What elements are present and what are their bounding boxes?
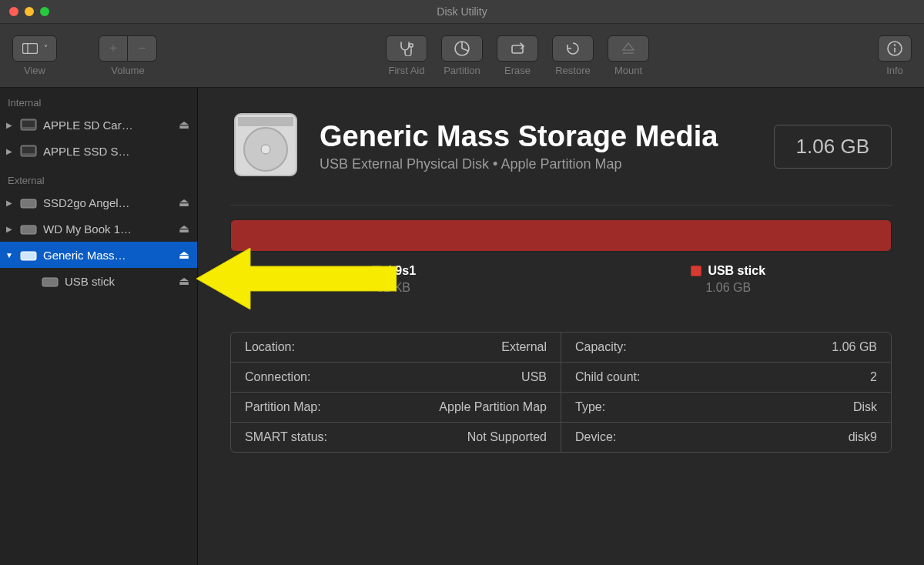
toolbar-erase-label: Erase bbox=[504, 65, 531, 76]
info-key: Partition Map: bbox=[245, 400, 321, 414]
volume-segmented: ＋ − bbox=[99, 35, 157, 62]
sidebar-item-ssd2go[interactable]: ▶ SSD2go Angel… ⏏ bbox=[0, 189, 197, 216]
info-key: Location: bbox=[245, 340, 295, 354]
disclosure-triangle-icon[interactable]: ▶ bbox=[5, 225, 14, 233]
info-value: USB bbox=[521, 370, 547, 384]
svg-rect-14 bbox=[21, 226, 36, 234]
sidebar-section-external: External bbox=[0, 172, 197, 189]
eject-icon[interactable]: ⏏ bbox=[179, 196, 189, 209]
disk-label: APPLE SSD S… bbox=[43, 145, 189, 158]
external-disk-icon bbox=[18, 246, 38, 263]
restore-button[interactable] bbox=[552, 35, 594, 62]
disk-label: USB stick bbox=[65, 275, 174, 288]
main-pane: Generic Mass Storage Media USB External … bbox=[198, 88, 924, 565]
sidebar-item-generic-mass-storage[interactable]: ▼ Generic Mass… ⏏ bbox=[0, 242, 197, 268]
window: Disk Utility ˅ View ＋ − Volum bbox=[0, 0, 924, 565]
internal-disk-icon bbox=[18, 142, 38, 159]
svg-rect-13 bbox=[21, 199, 36, 208]
info-row: Child count: 2 bbox=[561, 363, 891, 393]
disk-size-badge: 1.06 GB bbox=[774, 125, 892, 169]
disk-title: Generic Mass Storage Media bbox=[320, 120, 718, 153]
info-value: Not Supported bbox=[467, 430, 547, 444]
partition-size: 1.06 GB bbox=[705, 281, 751, 295]
disk-label: APPLE SD Car… bbox=[43, 119, 174, 132]
partition-name: k9s1 bbox=[388, 264, 416, 278]
svg-rect-4 bbox=[512, 45, 523, 53]
sidebar: Internal ▶ APPLE SD Car… ⏏ ▶ APPLE SSD S… bbox=[0, 88, 198, 565]
info-row: Location: External bbox=[231, 333, 561, 363]
info-key: Connection: bbox=[245, 370, 310, 384]
disk-label: WD My Book 1… bbox=[43, 222, 174, 236]
disclosure-triangle-icon[interactable]: ▶ bbox=[5, 199, 14, 207]
toolbar-restore-label: Restore bbox=[555, 65, 591, 76]
volume-add-button[interactable]: ＋ bbox=[99, 35, 128, 62]
svg-rect-12 bbox=[22, 147, 35, 153]
info-key: Capacity: bbox=[575, 340, 627, 354]
svg-point-19 bbox=[261, 145, 270, 154]
disk-title-block: Generic Mass Storage Media USB External … bbox=[320, 120, 718, 172]
plus-icon: ＋ bbox=[107, 40, 119, 56]
svg-point-2 bbox=[410, 43, 413, 46]
info-button[interactable] bbox=[878, 35, 912, 62]
eject-icon[interactable]: ⏏ bbox=[179, 118, 189, 132]
disclosure-triangle-icon[interactable]: ▼ bbox=[5, 251, 14, 259]
first-aid-button[interactable] bbox=[386, 35, 427, 62]
disk-header: Generic Mass Storage Media USB External … bbox=[230, 109, 892, 183]
window-title: Disk Utility bbox=[0, 5, 924, 18]
partition-legend-item: k9s1 32 KB bbox=[230, 264, 557, 295]
titlebar[interactable]: Disk Utility bbox=[0, 0, 924, 24]
svg-point-7 bbox=[894, 44, 896, 45]
info-value: 1.06 GB bbox=[832, 340, 877, 354]
pie-icon bbox=[454, 40, 470, 57]
view-dropdown-button[interactable]: ˅ bbox=[12, 35, 57, 62]
sidebar-item-apple-sd-card[interactable]: ▶ APPLE SD Car… ⏏ bbox=[0, 112, 197, 138]
sidebar-item-wd-mybook[interactable]: ▶ WD My Book 1… ⏏ bbox=[0, 216, 197, 242]
minus-icon: − bbox=[139, 42, 146, 55]
toolbar-info-label: Info bbox=[886, 65, 903, 76]
sidebar-item-apple-ssd[interactable]: ▶ APPLE SSD S… bbox=[0, 138, 197, 164]
svg-rect-20 bbox=[238, 117, 293, 126]
mount-button[interactable] bbox=[608, 35, 649, 62]
svg-rect-10 bbox=[22, 121, 35, 127]
info-row: Connection: USB bbox=[231, 363, 561, 393]
info-value: Apple Partition Map bbox=[439, 400, 547, 414]
disclosure-triangle-icon[interactable]: ▶ bbox=[5, 121, 14, 129]
svg-rect-0 bbox=[22, 43, 37, 53]
volume-icon bbox=[40, 272, 60, 289]
toolbar: ˅ View ＋ − Volume bbox=[0, 24, 924, 88]
disk-label: SSD2go Angel… bbox=[43, 196, 174, 209]
partition-legend: k9s1 32 KB USB stick 1.06 GB bbox=[230, 264, 892, 295]
sidebar-item-usb-stick[interactable]: USB stick ⏏ bbox=[0, 268, 197, 294]
info-key: Child count: bbox=[575, 370, 641, 384]
partition-size: 32 KB bbox=[377, 281, 410, 295]
legend-swatch-icon bbox=[691, 266, 701, 276]
chevron-down-icon: ˅ bbox=[44, 44, 48, 52]
partition-legend-item: USB stick 1.06 GB bbox=[565, 264, 892, 295]
eject-icon[interactable]: ⏏ bbox=[179, 248, 189, 262]
erase-button[interactable] bbox=[497, 35, 538, 62]
stethoscope-icon bbox=[397, 41, 416, 56]
toolbar-partition-label: Partition bbox=[444, 65, 480, 76]
info-value: disk9 bbox=[849, 430, 877, 444]
toolbar-view-label: View bbox=[24, 65, 45, 76]
info-value: Disk bbox=[853, 400, 877, 414]
external-disk-icon bbox=[18, 220, 38, 237]
disclosure-triangle-icon[interactable]: ▶ bbox=[5, 147, 14, 155]
info-value: 2 bbox=[870, 370, 877, 384]
info-row: Device: disk9 bbox=[561, 423, 891, 452]
external-disk-icon bbox=[18, 194, 38, 211]
info-row: Capacity: 1.06 GB bbox=[561, 333, 891, 363]
svg-rect-15 bbox=[21, 252, 36, 260]
info-row: Type: Disk bbox=[561, 393, 891, 423]
info-key: Type: bbox=[575, 400, 605, 414]
disk-label: Generic Mass… bbox=[43, 249, 174, 262]
eject-icon[interactable]: ⏏ bbox=[179, 222, 189, 236]
eject-icon[interactable]: ⏏ bbox=[179, 274, 189, 288]
info-value: External bbox=[501, 340, 547, 354]
svg-rect-16 bbox=[42, 278, 58, 286]
partition-bar[interactable] bbox=[230, 219, 892, 252]
disk-info-table: Location: External Connection: USB Parti… bbox=[230, 332, 892, 453]
divider bbox=[230, 205, 892, 206]
partition-button[interactable] bbox=[441, 35, 483, 62]
volume-remove-button[interactable]: − bbox=[128, 35, 157, 62]
